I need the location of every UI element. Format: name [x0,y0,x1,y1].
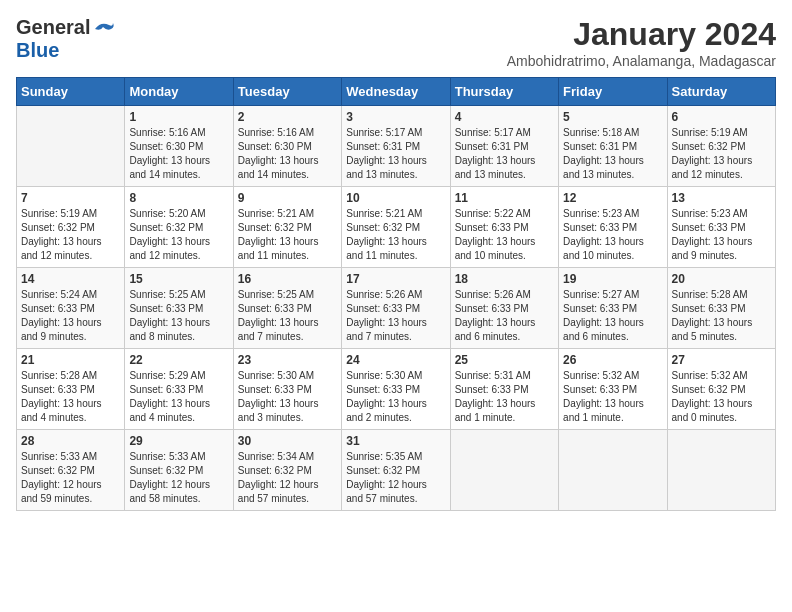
logo-general-text: General [16,16,90,39]
header-monday: Monday [125,78,233,106]
calendar-cell: 22Sunrise: 5:29 AM Sunset: 6:33 PM Dayli… [125,349,233,430]
day-info: Sunrise: 5:28 AM Sunset: 6:33 PM Dayligh… [672,288,771,344]
day-info: Sunrise: 5:23 AM Sunset: 6:33 PM Dayligh… [563,207,662,263]
calendar-cell [667,430,775,511]
header-wednesday: Wednesday [342,78,450,106]
day-info: Sunrise: 5:16 AM Sunset: 6:30 PM Dayligh… [129,126,228,182]
calendar-cell: 29Sunrise: 5:33 AM Sunset: 6:32 PM Dayli… [125,430,233,511]
month-year-title: January 2024 [507,16,776,53]
calendar-cell [559,430,667,511]
calendar-cell: 10Sunrise: 5:21 AM Sunset: 6:32 PM Dayli… [342,187,450,268]
calendar-table: Sunday Monday Tuesday Wednesday Thursday… [16,77,776,511]
day-info: Sunrise: 5:32 AM Sunset: 6:32 PM Dayligh… [672,369,771,425]
calendar-cell: 6Sunrise: 5:19 AM Sunset: 6:32 PM Daylig… [667,106,775,187]
day-info: Sunrise: 5:29 AM Sunset: 6:33 PM Dayligh… [129,369,228,425]
day-number: 11 [455,191,554,205]
day-info: Sunrise: 5:18 AM Sunset: 6:31 PM Dayligh… [563,126,662,182]
day-number: 16 [238,272,337,286]
calendar-cell: 8Sunrise: 5:20 AM Sunset: 6:32 PM Daylig… [125,187,233,268]
calendar-cell: 24Sunrise: 5:30 AM Sunset: 6:33 PM Dayli… [342,349,450,430]
calendar-cell: 25Sunrise: 5:31 AM Sunset: 6:33 PM Dayli… [450,349,558,430]
day-number: 4 [455,110,554,124]
calendar-cell: 17Sunrise: 5:26 AM Sunset: 6:33 PM Dayli… [342,268,450,349]
day-info: Sunrise: 5:25 AM Sunset: 6:33 PM Dayligh… [129,288,228,344]
calendar-week-row: 28Sunrise: 5:33 AM Sunset: 6:32 PM Dayli… [17,430,776,511]
day-number: 21 [21,353,120,367]
day-number: 30 [238,434,337,448]
header-thursday: Thursday [450,78,558,106]
day-number: 14 [21,272,120,286]
header-saturday: Saturday [667,78,775,106]
day-number: 29 [129,434,228,448]
day-number: 22 [129,353,228,367]
logo: General Blue [16,16,115,62]
day-info: Sunrise: 5:27 AM Sunset: 6:33 PM Dayligh… [563,288,662,344]
day-info: Sunrise: 5:28 AM Sunset: 6:33 PM Dayligh… [21,369,120,425]
day-number: 26 [563,353,662,367]
location-subtitle: Ambohidratrimo, Analamanga, Madagascar [507,53,776,69]
day-info: Sunrise: 5:33 AM Sunset: 6:32 PM Dayligh… [129,450,228,506]
day-number: 6 [672,110,771,124]
day-number: 15 [129,272,228,286]
header: General Blue January 2024 Ambohidratrimo… [16,16,776,69]
calendar-cell: 16Sunrise: 5:25 AM Sunset: 6:33 PM Dayli… [233,268,341,349]
day-info: Sunrise: 5:20 AM Sunset: 6:32 PM Dayligh… [129,207,228,263]
day-number: 1 [129,110,228,124]
day-number: 23 [238,353,337,367]
calendar-cell: 20Sunrise: 5:28 AM Sunset: 6:33 PM Dayli… [667,268,775,349]
calendar-header-row: Sunday Monday Tuesday Wednesday Thursday… [17,78,776,106]
day-number: 20 [672,272,771,286]
day-number: 13 [672,191,771,205]
day-info: Sunrise: 5:26 AM Sunset: 6:33 PM Dayligh… [346,288,445,344]
day-number: 18 [455,272,554,286]
day-number: 27 [672,353,771,367]
logo-blue-text: Blue [16,39,59,62]
day-info: Sunrise: 5:21 AM Sunset: 6:32 PM Dayligh… [238,207,337,263]
day-info: Sunrise: 5:32 AM Sunset: 6:33 PM Dayligh… [563,369,662,425]
calendar-week-row: 1Sunrise: 5:16 AM Sunset: 6:30 PM Daylig… [17,106,776,187]
calendar-cell: 5Sunrise: 5:18 AM Sunset: 6:31 PM Daylig… [559,106,667,187]
day-info: Sunrise: 5:23 AM Sunset: 6:33 PM Dayligh… [672,207,771,263]
day-info: Sunrise: 5:33 AM Sunset: 6:32 PM Dayligh… [21,450,120,506]
day-info: Sunrise: 5:19 AM Sunset: 6:32 PM Dayligh… [672,126,771,182]
calendar-cell: 30Sunrise: 5:34 AM Sunset: 6:32 PM Dayli… [233,430,341,511]
calendar-cell: 21Sunrise: 5:28 AM Sunset: 6:33 PM Dayli… [17,349,125,430]
day-info: Sunrise: 5:30 AM Sunset: 6:33 PM Dayligh… [346,369,445,425]
calendar-cell: 7Sunrise: 5:19 AM Sunset: 6:32 PM Daylig… [17,187,125,268]
day-number: 24 [346,353,445,367]
day-info: Sunrise: 5:31 AM Sunset: 6:33 PM Dayligh… [455,369,554,425]
calendar-cell: 19Sunrise: 5:27 AM Sunset: 6:33 PM Dayli… [559,268,667,349]
day-number: 3 [346,110,445,124]
day-number: 28 [21,434,120,448]
calendar-cell: 28Sunrise: 5:33 AM Sunset: 6:32 PM Dayli… [17,430,125,511]
calendar-cell: 4Sunrise: 5:17 AM Sunset: 6:31 PM Daylig… [450,106,558,187]
day-number: 9 [238,191,337,205]
header-friday: Friday [559,78,667,106]
day-info: Sunrise: 5:19 AM Sunset: 6:32 PM Dayligh… [21,207,120,263]
calendar-cell: 9Sunrise: 5:21 AM Sunset: 6:32 PM Daylig… [233,187,341,268]
day-info: Sunrise: 5:26 AM Sunset: 6:33 PM Dayligh… [455,288,554,344]
calendar-cell: 15Sunrise: 5:25 AM Sunset: 6:33 PM Dayli… [125,268,233,349]
calendar-cell: 11Sunrise: 5:22 AM Sunset: 6:33 PM Dayli… [450,187,558,268]
calendar-cell: 3Sunrise: 5:17 AM Sunset: 6:31 PM Daylig… [342,106,450,187]
header-sunday: Sunday [17,78,125,106]
calendar-cell: 27Sunrise: 5:32 AM Sunset: 6:32 PM Dayli… [667,349,775,430]
day-number: 12 [563,191,662,205]
calendar-cell: 23Sunrise: 5:30 AM Sunset: 6:33 PM Dayli… [233,349,341,430]
calendar-cell: 31Sunrise: 5:35 AM Sunset: 6:32 PM Dayli… [342,430,450,511]
day-info: Sunrise: 5:34 AM Sunset: 6:32 PM Dayligh… [238,450,337,506]
day-number: 2 [238,110,337,124]
day-number: 25 [455,353,554,367]
calendar-cell: 1Sunrise: 5:16 AM Sunset: 6:30 PM Daylig… [125,106,233,187]
day-info: Sunrise: 5:21 AM Sunset: 6:32 PM Dayligh… [346,207,445,263]
calendar-cell: 2Sunrise: 5:16 AM Sunset: 6:30 PM Daylig… [233,106,341,187]
day-number: 19 [563,272,662,286]
day-info: Sunrise: 5:16 AM Sunset: 6:30 PM Dayligh… [238,126,337,182]
title-area: January 2024 Ambohidratrimo, Analamanga,… [507,16,776,69]
header-tuesday: Tuesday [233,78,341,106]
calendar-week-row: 7Sunrise: 5:19 AM Sunset: 6:32 PM Daylig… [17,187,776,268]
logo-bird-icon [93,19,115,39]
calendar-cell: 12Sunrise: 5:23 AM Sunset: 6:33 PM Dayli… [559,187,667,268]
day-info: Sunrise: 5:17 AM Sunset: 6:31 PM Dayligh… [455,126,554,182]
calendar-cell [450,430,558,511]
